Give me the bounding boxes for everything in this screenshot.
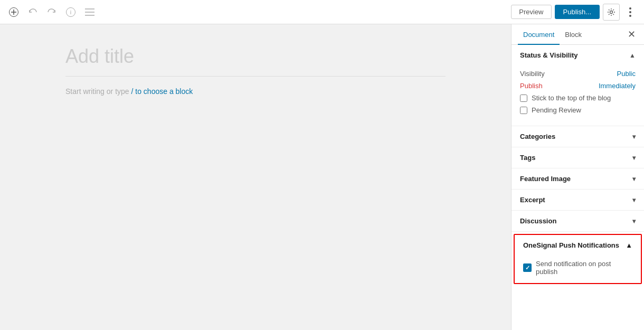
svg-point-8 <box>610 11 613 13</box>
section-onesignal-body: Send notification on post publish <box>515 256 641 283</box>
editor-body[interactable]: Start writing or type / to choose a bloc… <box>65 87 446 96</box>
tab-block[interactable]: Block <box>560 24 587 45</box>
editor-content: Add title Start writing or type / to cho… <box>65 45 446 309</box>
add-block-icon[interactable] <box>6 5 21 20</box>
svg-text:i: i <box>70 9 71 15</box>
svg-point-11 <box>629 15 631 17</box>
section-categories-label: Categories <box>520 133 555 140</box>
section-status-visibility: Status & Visibility ▲ Visibility Public … <box>512 45 644 126</box>
svg-point-9 <box>629 7 631 10</box>
stick-to-top-row: Stick to the top of the blog <box>520 94 636 102</box>
undo-icon[interactable] <box>25 5 40 20</box>
body-placeholder-link[interactable]: / to choose a block <box>131 87 193 96</box>
toolbar-right: Preview Publish... <box>511 4 638 21</box>
section-categories: Categories ▾ <box>512 126 644 147</box>
body-placeholder-text: Start writing or type <box>65 87 131 96</box>
stick-to-top-checkbox[interactable] <box>520 95 527 102</box>
settings-button[interactable] <box>603 4 620 21</box>
section-excerpt-label: Excerpt <box>520 196 545 204</box>
section-featured-image-header[interactable]: Featured Image ▾ <box>512 168 644 189</box>
toolbar-left: i <box>6 5 507 20</box>
editor-area: Add title Start writing or type / to cho… <box>0 24 511 330</box>
section-tags-label: Tags <box>520 154 535 162</box>
section-discussion: Discussion ▾ <box>512 211 644 232</box>
section-onesignal-header[interactable]: OneSignal Push Notifications ▲ <box>515 235 641 256</box>
section-status-visibility-label: Status & Visibility <box>520 51 578 59</box>
section-discussion-label: Discussion <box>520 217 556 225</box>
chevron-down-icon-featured: ▾ <box>632 175 636 183</box>
sidebar-tabs: Document Block ✕ <box>512 24 644 45</box>
visibility-label: Visibility <box>520 70 545 78</box>
chevron-down-icon-excerpt: ▾ <box>632 196 636 204</box>
title-divider <box>65 76 446 77</box>
section-onesignal-label: OneSignal Push Notifications <box>523 241 619 249</box>
section-status-visibility-header[interactable]: Status & Visibility ▲ <box>512 45 644 65</box>
visibility-value[interactable]: Public <box>617 70 636 78</box>
publish-row: Publish Immediately <box>520 82 636 90</box>
visibility-row: Visibility Public <box>520 70 636 78</box>
post-title[interactable]: Add title <box>65 45 446 68</box>
preview-button[interactable]: Preview <box>511 5 551 19</box>
publish-label[interactable]: Publish <box>520 82 543 90</box>
redo-icon[interactable] <box>44 5 59 20</box>
tab-document[interactable]: Document <box>518 24 560 45</box>
section-excerpt-header[interactable]: Excerpt ▾ <box>512 190 644 210</box>
chevron-down-icon-discussion: ▾ <box>632 218 636 225</box>
chevron-up-icon: ▲ <box>629 52 636 59</box>
section-excerpt: Excerpt ▾ <box>512 190 644 211</box>
svg-point-10 <box>629 11 631 13</box>
section-onesignal: OneSignal Push Notifications ▲ Send noti… <box>514 234 642 284</box>
chevron-down-icon: ▾ <box>632 133 636 140</box>
sidebar: Document Block ✕ Status & Visibility ▲ V… <box>511 24 644 330</box>
onesignal-checkbox-label: Send notification on post publish <box>536 260 632 276</box>
section-featured-image: Featured Image ▾ <box>512 168 644 190</box>
toolbar: i Preview Publish... <box>0 0 644 24</box>
stick-to-top-label: Stick to the top of the blog <box>532 94 611 102</box>
pending-review-label: Pending Review <box>532 106 581 114</box>
pending-review-checkbox[interactable] <box>520 107 527 114</box>
section-categories-header[interactable]: Categories ▾ <box>512 126 644 147</box>
section-status-visibility-body: Visibility Public Publish Immediately St… <box>512 65 644 126</box>
chevron-down-icon-tags: ▾ <box>632 154 636 162</box>
section-tags-header[interactable]: Tags ▾ <box>512 147 644 168</box>
main-area: Add title Start writing or type / to cho… <box>0 24 644 330</box>
info-icon[interactable]: i <box>63 5 78 20</box>
pending-review-row: Pending Review <box>520 106 636 114</box>
publish-value[interactable]: Immediately <box>599 82 636 90</box>
onesignal-checkbox[interactable] <box>523 263 532 272</box>
section-tags: Tags ▾ <box>512 147 644 168</box>
section-featured-image-label: Featured Image <box>520 175 571 183</box>
section-discussion-header[interactable]: Discussion ▾ <box>512 211 644 231</box>
sidebar-close-button[interactable]: ✕ <box>626 24 638 44</box>
more-options-button[interactable] <box>623 5 638 20</box>
menu-icon[interactable] <box>82 5 97 20</box>
publish-button[interactable]: Publish... <box>555 5 600 19</box>
chevron-up-icon-onesignal: ▲ <box>626 241 632 249</box>
